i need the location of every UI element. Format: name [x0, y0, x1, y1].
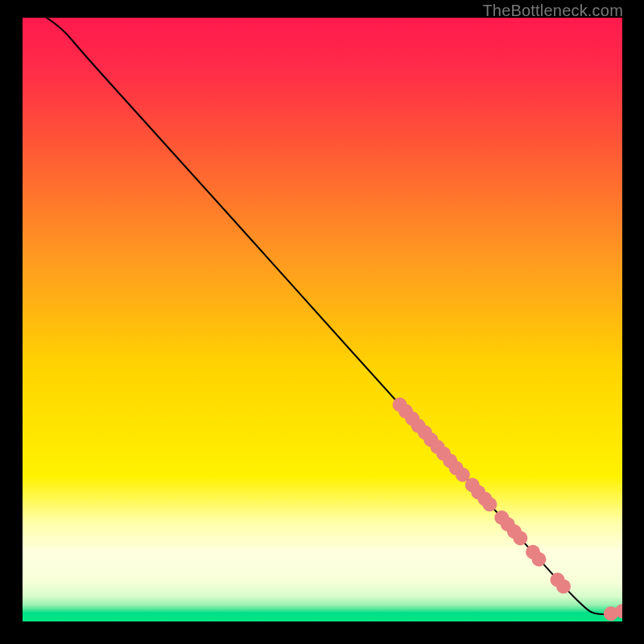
data-marker	[513, 531, 527, 546]
data-marker	[531, 552, 546, 567]
chart-stage: TheBottleneck.com	[0, 0, 644, 644]
chart-svg	[23, 18, 622, 621]
data-marker	[556, 580, 571, 594]
chart-plot-area	[23, 18, 622, 621]
data-marker	[482, 497, 497, 512]
